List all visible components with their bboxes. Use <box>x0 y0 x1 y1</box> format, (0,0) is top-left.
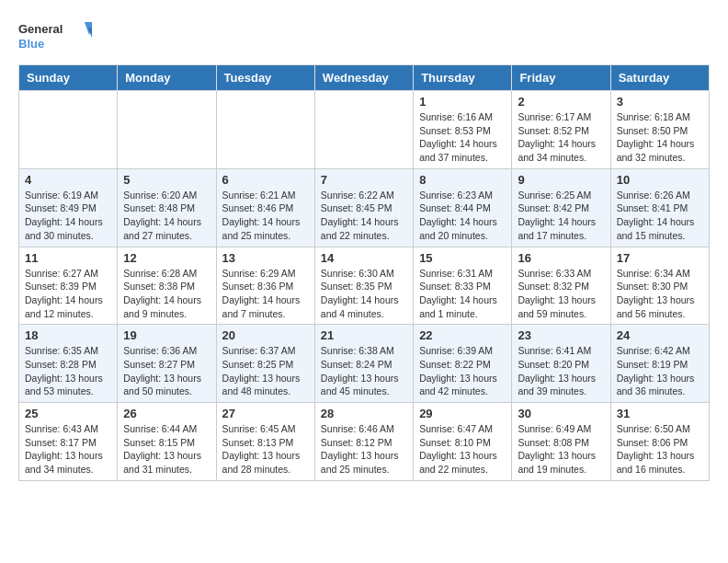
cell-info-text: Sunrise: 6:33 AMSunset: 8:32 PMDaylight:… <box>518 267 604 321</box>
cell-date-number: 6 <box>222 173 309 187</box>
cell-info-text: Sunrise: 6:28 AMSunset: 8:38 PMDaylight:… <box>123 267 210 321</box>
cell-date-number: 17 <box>617 251 703 265</box>
calendar-cell: 19Sunrise: 6:36 AMSunset: 8:27 PMDayligh… <box>118 325 216 403</box>
cell-date-number: 28 <box>321 407 407 420</box>
calendar-cell: 15Sunrise: 6:31 AMSunset: 8:33 PMDayligh… <box>414 247 512 325</box>
cell-date-number: 14 <box>321 251 407 265</box>
calendar-cell: 24Sunrise: 6:42 AMSunset: 8:19 PMDayligh… <box>610 325 709 403</box>
weekday-header-row: SundayMondayTuesdayWednesdayThursdayFrid… <box>19 65 710 91</box>
cell-info-text: Sunrise: 6:47 AMSunset: 8:10 PMDaylight:… <box>419 422 506 477</box>
calendar-cell: 25Sunrise: 6:43 AMSunset: 8:17 PMDayligh… <box>19 403 118 481</box>
cell-info-text: Sunrise: 6:23 AMSunset: 8:44 PMDaylight:… <box>419 189 506 243</box>
weekday-header-saturday: Saturday <box>610 65 709 91</box>
calendar-cell: 18Sunrise: 6:35 AMSunset: 8:28 PMDayligh… <box>19 325 118 403</box>
cell-info-text: Sunrise: 6:17 AMSunset: 8:52 PMDaylight:… <box>518 110 604 165</box>
cell-info-text: Sunrise: 6:26 AMSunset: 8:41 PMDaylight:… <box>617 189 703 243</box>
calendar-cell: 14Sunrise: 6:30 AMSunset: 8:35 PMDayligh… <box>314 247 413 325</box>
cell-info-text: Sunrise: 6:29 AMSunset: 8:36 PMDaylight:… <box>222 267 309 321</box>
calendar-cell: 8Sunrise: 6:23 AMSunset: 8:44 PMDaylight… <box>414 168 512 247</box>
cell-date-number: 23 <box>518 328 604 342</box>
calendar-cell: 6Sunrise: 6:21 AMSunset: 8:46 PMDaylight… <box>216 168 314 247</box>
calendar-cell: 13Sunrise: 6:29 AMSunset: 8:36 PMDayligh… <box>216 247 314 325</box>
cell-info-text: Sunrise: 6:44 AMSunset: 8:15 PMDaylight:… <box>123 422 210 477</box>
calendar-cell: 5Sunrise: 6:20 AMSunset: 8:48 PMDaylight… <box>118 168 216 247</box>
cell-info-text: Sunrise: 6:38 AMSunset: 8:24 PMDaylight:… <box>321 344 407 398</box>
cell-info-text: Sunrise: 6:16 AMSunset: 8:53 PMDaylight:… <box>419 110 506 165</box>
page-header: General Blue <box>18 18 710 55</box>
calendar-cell <box>118 91 216 169</box>
logo: General Blue <box>18 18 92 55</box>
calendar-week-row: 11Sunrise: 6:27 AMSunset: 8:39 PMDayligh… <box>19 247 710 325</box>
cell-info-text: Sunrise: 6:22 AMSunset: 8:45 PMDaylight:… <box>321 189 407 243</box>
calendar-cell: 31Sunrise: 6:50 AMSunset: 8:06 PMDayligh… <box>610 403 709 481</box>
cell-date-number: 4 <box>25 173 111 187</box>
cell-info-text: Sunrise: 6:34 AMSunset: 8:30 PMDaylight:… <box>617 267 703 321</box>
cell-date-number: 27 <box>222 407 309 420</box>
cell-info-text: Sunrise: 6:19 AMSunset: 8:49 PMDaylight:… <box>25 189 111 243</box>
cell-date-number: 11 <box>25 251 111 265</box>
cell-date-number: 31 <box>617 407 703 420</box>
cell-info-text: Sunrise: 6:42 AMSunset: 8:19 PMDaylight:… <box>617 344 703 398</box>
weekday-header-friday: Friday <box>512 65 610 91</box>
cell-info-text: Sunrise: 6:30 AMSunset: 8:35 PMDaylight:… <box>321 267 407 321</box>
weekday-header-sunday: Sunday <box>19 65 118 91</box>
calendar-cell: 2Sunrise: 6:17 AMSunset: 8:52 PMDaylight… <box>512 91 610 169</box>
calendar-cell: 22Sunrise: 6:39 AMSunset: 8:22 PMDayligh… <box>414 325 512 403</box>
cell-date-number: 8 <box>419 173 506 187</box>
cell-date-number: 1 <box>419 95 506 109</box>
cell-info-text: Sunrise: 6:41 AMSunset: 8:20 PMDaylight:… <box>518 344 604 398</box>
calendar-cell: 26Sunrise: 6:44 AMSunset: 8:15 PMDayligh… <box>118 403 216 481</box>
cell-date-number: 30 <box>518 407 604 420</box>
calendar-cell: 10Sunrise: 6:26 AMSunset: 8:41 PMDayligh… <box>610 168 709 247</box>
calendar-cell: 12Sunrise: 6:28 AMSunset: 8:38 PMDayligh… <box>118 247 216 325</box>
cell-info-text: Sunrise: 6:21 AMSunset: 8:46 PMDaylight:… <box>222 189 309 243</box>
calendar-cell: 27Sunrise: 6:45 AMSunset: 8:13 PMDayligh… <box>216 403 314 481</box>
cell-date-number: 21 <box>321 328 407 342</box>
calendar-week-row: 18Sunrise: 6:35 AMSunset: 8:28 PMDayligh… <box>19 325 710 403</box>
calendar-cell: 4Sunrise: 6:19 AMSunset: 8:49 PMDaylight… <box>19 168 118 247</box>
svg-text:General: General <box>18 22 63 36</box>
svg-text:Blue: Blue <box>18 37 44 51</box>
cell-date-number: 12 <box>123 251 210 265</box>
calendar-cell: 23Sunrise: 6:41 AMSunset: 8:20 PMDayligh… <box>512 325 610 403</box>
cell-date-number: 18 <box>25 328 111 342</box>
cell-info-text: Sunrise: 6:20 AMSunset: 8:48 PMDaylight:… <box>123 189 210 243</box>
calendar-cell <box>19 91 118 169</box>
cell-date-number: 9 <box>518 173 604 187</box>
cell-info-text: Sunrise: 6:37 AMSunset: 8:25 PMDaylight:… <box>222 344 309 398</box>
calendar-cell <box>314 91 413 169</box>
cell-date-number: 25 <box>25 407 111 420</box>
weekday-header-thursday: Thursday <box>414 65 512 91</box>
calendar-cell: 20Sunrise: 6:37 AMSunset: 8:25 PMDayligh… <box>216 325 314 403</box>
cell-info-text: Sunrise: 6:39 AMSunset: 8:22 PMDaylight:… <box>419 344 506 398</box>
calendar-cell: 28Sunrise: 6:46 AMSunset: 8:12 PMDayligh… <box>314 403 413 481</box>
calendar-cell: 1Sunrise: 6:16 AMSunset: 8:53 PMDaylight… <box>414 91 512 169</box>
cell-info-text: Sunrise: 6:46 AMSunset: 8:12 PMDaylight:… <box>321 422 407 477</box>
cell-info-text: Sunrise: 6:25 AMSunset: 8:42 PMDaylight:… <box>518 189 604 243</box>
weekday-header-wednesday: Wednesday <box>314 65 413 91</box>
calendar-cell: 21Sunrise: 6:38 AMSunset: 8:24 PMDayligh… <box>314 325 413 403</box>
cell-info-text: Sunrise: 6:18 AMSunset: 8:50 PMDaylight:… <box>617 110 703 165</box>
calendar-cell <box>216 91 314 169</box>
cell-date-number: 10 <box>617 173 703 187</box>
cell-date-number: 5 <box>123 173 210 187</box>
cell-date-number: 2 <box>518 95 604 109</box>
cell-info-text: Sunrise: 6:43 AMSunset: 8:17 PMDaylight:… <box>25 422 111 477</box>
cell-info-text: Sunrise: 6:27 AMSunset: 8:39 PMDaylight:… <box>25 267 111 321</box>
cell-date-number: 19 <box>123 328 210 342</box>
cell-info-text: Sunrise: 6:36 AMSunset: 8:27 PMDaylight:… <box>123 344 210 398</box>
cell-info-text: Sunrise: 6:49 AMSunset: 8:08 PMDaylight:… <box>518 422 604 477</box>
calendar-cell: 9Sunrise: 6:25 AMSunset: 8:42 PMDaylight… <box>512 168 610 247</box>
cell-info-text: Sunrise: 6:35 AMSunset: 8:28 PMDaylight:… <box>25 344 111 398</box>
cell-info-text: Sunrise: 6:31 AMSunset: 8:33 PMDaylight:… <box>419 267 506 321</box>
weekday-header-monday: Monday <box>118 65 216 91</box>
cell-info-text: Sunrise: 6:50 AMSunset: 8:06 PMDaylight:… <box>617 422 703 477</box>
cell-info-text: Sunrise: 6:45 AMSunset: 8:13 PMDaylight:… <box>222 422 309 477</box>
calendar-week-row: 4Sunrise: 6:19 AMSunset: 8:49 PMDaylight… <box>19 168 710 247</box>
weekday-header-tuesday: Tuesday <box>216 65 314 91</box>
cell-date-number: 3 <box>617 95 703 109</box>
cell-date-number: 29 <box>419 407 506 420</box>
calendar-week-row: 25Sunrise: 6:43 AMSunset: 8:17 PMDayligh… <box>19 403 710 481</box>
calendar-cell: 16Sunrise: 6:33 AMSunset: 8:32 PMDayligh… <box>512 247 610 325</box>
calendar-cell: 7Sunrise: 6:22 AMSunset: 8:45 PMDaylight… <box>314 168 413 247</box>
